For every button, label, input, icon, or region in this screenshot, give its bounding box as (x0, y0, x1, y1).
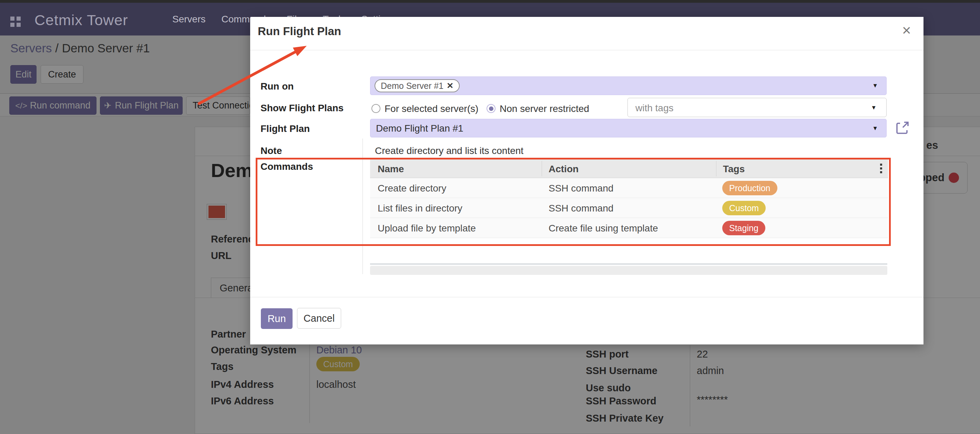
annotation-highlight-rectangle (256, 158, 891, 246)
run-button[interactable]: Run (250, 17, 251, 17)
dialog-title: Run Flight Plan (258, 25, 341, 38)
chevron-down-icon[interactable]: ▼ (871, 104, 877, 111)
run-on-field[interactable]: Demo Server #1 ✕ ▼ (370, 76, 887, 95)
app-brand[interactable]: Cetmix Tower (35, 12, 128, 29)
show-flight-plans-label: Show Flight Plans (261, 103, 344, 114)
external-link-icon[interactable] (895, 121, 910, 135)
run-on-server-tag: Demo Server #1 ✕ (375, 79, 460, 92)
screen: Cetmix Tower Servers Commands Files Tool… (0, 0, 980, 434)
table-horizontal-scrollbar[interactable] (370, 266, 887, 275)
close-icon[interactable]: × (902, 22, 911, 39)
chevron-down-icon[interactable]: ▼ (872, 125, 878, 132)
flight-plan-select[interactable]: Demo Flight Plan #1 ▼ (370, 119, 887, 137)
with-tags-select[interactable]: with tags ▼ (627, 98, 887, 117)
note-label: Note (261, 145, 282, 156)
nav-item-servers[interactable]: Servers (172, 14, 205, 25)
radio-non-server-restricted[interactable] (487, 104, 495, 113)
radio-for-selected-servers-label[interactable]: For selected server(s) (385, 103, 478, 114)
remove-tag-icon[interactable]: ✕ (447, 81, 453, 91)
note-value: Create directory and list its content (375, 145, 523, 156)
radio-for-selected-servers[interactable] (371, 104, 380, 113)
apps-grid-icon[interactable] (10, 16, 21, 27)
server-tag-label: Demo Server #1 (381, 81, 444, 91)
table-scrollbar-track-edge (370, 263, 887, 265)
with-tags-placeholder: with tags (635, 103, 674, 114)
flight-plan-value: Demo Flight Plan #1 (376, 123, 463, 134)
run-button-label: Run (261, 308, 293, 329)
run-on-label: Run on (261, 81, 294, 92)
dialog-header-divider (250, 50, 923, 50)
chevron-down-icon[interactable]: ▼ (872, 82, 878, 89)
window-top-strip (0, 0, 980, 3)
radio-non-server-restricted-label[interactable]: Non server restricted (500, 103, 589, 114)
flight-plan-label: Flight Plan (261, 123, 310, 134)
cancel-button[interactable]: Cancel (297, 308, 341, 329)
